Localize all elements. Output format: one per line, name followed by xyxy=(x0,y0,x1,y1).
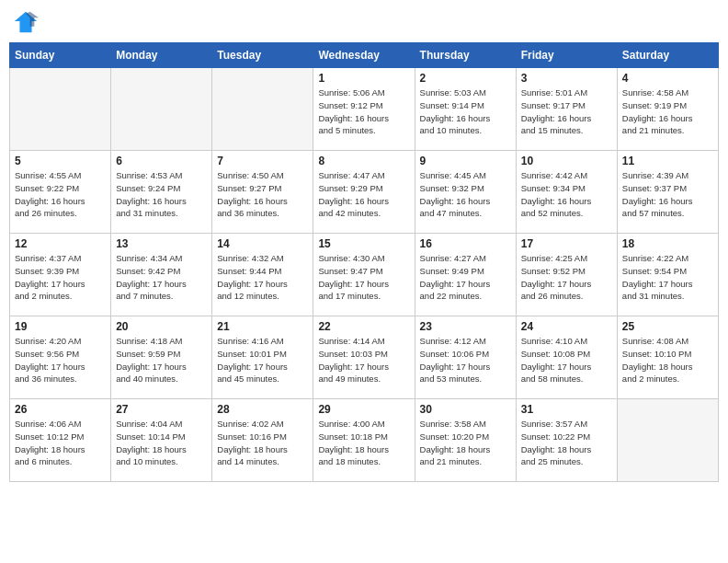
day-info: Sunrise: 4:34 AMSunset: 9:42 PMDaylight:… xyxy=(116,252,207,303)
day-info: Sunrise: 4:30 AMSunset: 9:47 PMDaylight:… xyxy=(318,252,409,303)
day-number: 12 xyxy=(15,237,106,250)
header-friday: Friday xyxy=(516,43,617,68)
calendar-cell: 12Sunrise: 4:37 AMSunset: 9:39 PMDayligh… xyxy=(10,234,111,316)
calendar-table: SundayMondayTuesdayWednesdayThursdayFrid… xyxy=(9,42,719,482)
day-number: 5 xyxy=(15,155,106,167)
day-info: Sunrise: 5:01 AMSunset: 9:17 PMDaylight:… xyxy=(521,86,612,137)
day-number: 14 xyxy=(217,237,308,250)
calendar-header-row: SundayMondayTuesdayWednesdayThursdayFrid… xyxy=(10,43,719,68)
day-number: 6 xyxy=(116,155,207,167)
logo-icon xyxy=(13,9,39,35)
day-number: 27 xyxy=(116,403,207,416)
day-info: Sunrise: 4:06 AMSunset: 10:12 PMDaylight… xyxy=(15,418,106,468)
header-thursday: Thursday xyxy=(415,43,516,68)
day-info: Sunrise: 5:03 AMSunset: 9:14 PMDaylight:… xyxy=(420,86,511,137)
logo xyxy=(13,9,40,35)
day-number: 31 xyxy=(521,403,612,416)
day-number: 9 xyxy=(420,155,511,167)
day-number: 3 xyxy=(521,72,612,85)
calendar-cell xyxy=(212,68,313,151)
calendar-cell: 22Sunrise: 4:14 AMSunset: 10:03 PMDaylig… xyxy=(313,316,415,399)
calendar-cell xyxy=(111,68,212,151)
calendar-cell: 26Sunrise: 4:06 AMSunset: 10:12 PMDaylig… xyxy=(10,399,111,482)
calendar-cell: 7Sunrise: 4:50 AMSunset: 9:27 PMDaylight… xyxy=(212,151,313,234)
calendar-cell: 4Sunrise: 4:58 AMSunset: 9:19 PMDaylight… xyxy=(617,68,718,151)
header-tuesday: Tuesday xyxy=(212,43,313,68)
day-number: 10 xyxy=(521,155,612,167)
day-number: 18 xyxy=(622,237,713,250)
calendar-week-row: 5Sunrise: 4:55 AMSunset: 9:22 PMDaylight… xyxy=(10,151,719,234)
day-info: Sunrise: 5:06 AMSunset: 9:12 PMDaylight:… xyxy=(318,86,409,137)
day-number: 17 xyxy=(521,237,612,250)
day-info: Sunrise: 4:08 AMSunset: 10:10 PMDaylight… xyxy=(622,335,713,385)
calendar-cell: 10Sunrise: 4:42 AMSunset: 9:34 PMDayligh… xyxy=(516,151,617,234)
calendar-cell: 14Sunrise: 4:32 AMSunset: 9:44 PMDayligh… xyxy=(212,234,313,316)
calendar-cell: 9Sunrise: 4:45 AMSunset: 9:32 PMDaylight… xyxy=(415,151,516,234)
calendar-cell: 23Sunrise: 4:12 AMSunset: 10:06 PMDaylig… xyxy=(415,316,516,399)
day-info: Sunrise: 4:50 AMSunset: 9:27 PMDaylight:… xyxy=(217,169,308,220)
day-info: Sunrise: 4:47 AMSunset: 9:29 PMDaylight:… xyxy=(318,169,409,220)
calendar-week-row: 12Sunrise: 4:37 AMSunset: 9:39 PMDayligh… xyxy=(10,234,719,316)
day-info: Sunrise: 4:18 AMSunset: 9:59 PMDaylight:… xyxy=(116,335,207,385)
day-info: Sunrise: 4:25 AMSunset: 9:52 PMDaylight:… xyxy=(521,252,612,303)
day-info: Sunrise: 4:37 AMSunset: 9:39 PMDaylight:… xyxy=(15,252,106,303)
calendar-cell: 8Sunrise: 4:47 AMSunset: 9:29 PMDaylight… xyxy=(313,151,415,234)
day-number: 28 xyxy=(217,403,308,416)
day-info: Sunrise: 4:16 AMSunset: 10:01 PMDaylight… xyxy=(217,335,308,385)
day-number: 11 xyxy=(622,155,713,167)
day-number: 26 xyxy=(15,403,106,416)
calendar-cell: 6Sunrise: 4:53 AMSunset: 9:24 PMDaylight… xyxy=(111,151,212,234)
day-info: Sunrise: 4:02 AMSunset: 10:16 PMDaylight… xyxy=(217,418,308,468)
day-number: 29 xyxy=(318,403,409,416)
day-info: Sunrise: 4:42 AMSunset: 9:34 PMDaylight:… xyxy=(521,169,612,220)
calendar-cell: 27Sunrise: 4:04 AMSunset: 10:14 PMDaylig… xyxy=(111,399,212,482)
day-number: 22 xyxy=(318,320,409,333)
calendar-cell: 29Sunrise: 4:00 AMSunset: 10:18 PMDaylig… xyxy=(313,399,415,482)
calendar-cell: 31Sunrise: 3:57 AMSunset: 10:22 PMDaylig… xyxy=(516,399,617,482)
calendar-cell: 17Sunrise: 4:25 AMSunset: 9:52 PMDayligh… xyxy=(516,234,617,316)
calendar-cell xyxy=(617,399,718,482)
day-number: 7 xyxy=(217,155,308,167)
day-number: 19 xyxy=(15,320,106,333)
day-number: 24 xyxy=(521,320,612,333)
day-info: Sunrise: 4:45 AMSunset: 9:32 PMDaylight:… xyxy=(420,169,511,220)
day-info: Sunrise: 4:20 AMSunset: 9:56 PMDaylight:… xyxy=(15,335,106,385)
day-number: 4 xyxy=(622,72,713,85)
day-info: Sunrise: 4:39 AMSunset: 9:37 PMDaylight:… xyxy=(622,169,713,220)
day-info: Sunrise: 4:10 AMSunset: 10:08 PMDaylight… xyxy=(521,335,612,385)
day-info: Sunrise: 3:57 AMSunset: 10:22 PMDaylight… xyxy=(521,418,612,468)
calendar-cell: 5Sunrise: 4:55 AMSunset: 9:22 PMDaylight… xyxy=(10,151,111,234)
day-number: 16 xyxy=(420,237,511,250)
day-number: 30 xyxy=(420,403,511,416)
calendar-cell: 18Sunrise: 4:22 AMSunset: 9:54 PMDayligh… xyxy=(617,234,718,316)
calendar-cell: 16Sunrise: 4:27 AMSunset: 9:49 PMDayligh… xyxy=(415,234,516,316)
calendar-week-row: 19Sunrise: 4:20 AMSunset: 9:56 PMDayligh… xyxy=(10,316,719,399)
day-info: Sunrise: 4:53 AMSunset: 9:24 PMDaylight:… xyxy=(116,169,207,220)
header-sunday: Sunday xyxy=(10,43,111,68)
page-header xyxy=(9,9,719,35)
day-number: 13 xyxy=(116,237,207,250)
day-info: Sunrise: 4:12 AMSunset: 10:06 PMDaylight… xyxy=(420,335,511,385)
day-info: Sunrise: 4:32 AMSunset: 9:44 PMDaylight:… xyxy=(217,252,308,303)
day-info: Sunrise: 4:14 AMSunset: 10:03 PMDaylight… xyxy=(318,335,409,385)
day-info: Sunrise: 3:58 AMSunset: 10:20 PMDaylight… xyxy=(420,418,511,468)
day-info: Sunrise: 4:00 AMSunset: 10:18 PMDaylight… xyxy=(318,418,409,468)
day-number: 1 xyxy=(318,72,409,85)
calendar-cell: 2Sunrise: 5:03 AMSunset: 9:14 PMDaylight… xyxy=(415,68,516,151)
calendar-cell: 19Sunrise: 4:20 AMSunset: 9:56 PMDayligh… xyxy=(10,316,111,399)
day-number: 25 xyxy=(622,320,713,333)
header-monday: Monday xyxy=(111,43,212,68)
day-number: 23 xyxy=(420,320,511,333)
calendar-cell: 1Sunrise: 5:06 AMSunset: 9:12 PMDaylight… xyxy=(313,68,415,151)
calendar-cell: 30Sunrise: 3:58 AMSunset: 10:20 PMDaylig… xyxy=(415,399,516,482)
calendar-cell: 13Sunrise: 4:34 AMSunset: 9:42 PMDayligh… xyxy=(111,234,212,316)
calendar-week-row: 1Sunrise: 5:06 AMSunset: 9:12 PMDaylight… xyxy=(10,68,719,151)
header-wednesday: Wednesday xyxy=(313,43,415,68)
calendar-cell: 21Sunrise: 4:16 AMSunset: 10:01 PMDaylig… xyxy=(212,316,313,399)
day-info: Sunrise: 4:58 AMSunset: 9:19 PMDaylight:… xyxy=(622,86,713,137)
calendar-cell: 11Sunrise: 4:39 AMSunset: 9:37 PMDayligh… xyxy=(617,151,718,234)
calendar-cell: 25Sunrise: 4:08 AMSunset: 10:10 PMDaylig… xyxy=(617,316,718,399)
calendar-cell: 15Sunrise: 4:30 AMSunset: 9:47 PMDayligh… xyxy=(313,234,415,316)
calendar-cell: 24Sunrise: 4:10 AMSunset: 10:08 PMDaylig… xyxy=(516,316,617,399)
day-number: 21 xyxy=(217,320,308,333)
